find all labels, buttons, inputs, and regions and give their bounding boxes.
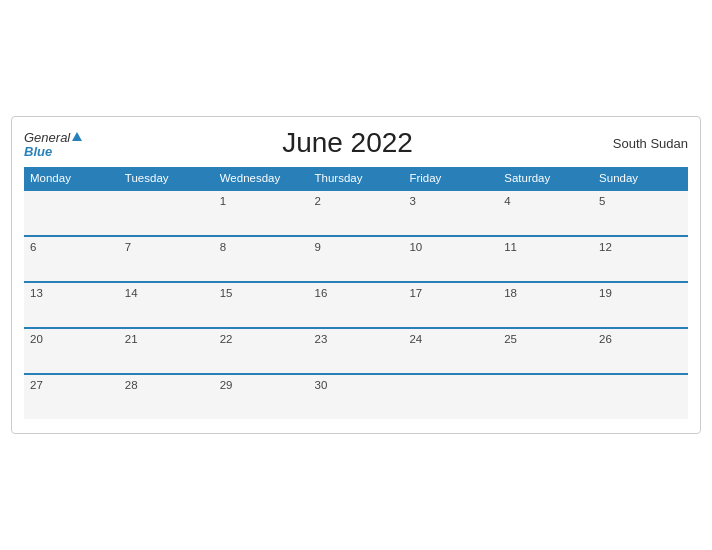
calendar-cell: 22	[214, 328, 309, 374]
calendar-cell: 13	[24, 282, 119, 328]
day-number: 4	[504, 195, 510, 207]
day-number: 6	[30, 241, 36, 253]
day-number: 1	[220, 195, 226, 207]
calendar-cell: 24	[403, 328, 498, 374]
calendar-cell: 30	[309, 374, 404, 419]
day-number: 9	[315, 241, 321, 253]
calendar-cell: 28	[119, 374, 214, 419]
calendar-cell: 11	[498, 236, 593, 282]
day-number: 22	[220, 333, 233, 345]
calendar-cell: 18	[498, 282, 593, 328]
day-number: 3	[409, 195, 415, 207]
day-number: 19	[599, 287, 612, 299]
calendar-cell: 12	[593, 236, 688, 282]
calendar-cell	[119, 190, 214, 236]
calendar-cell: 4	[498, 190, 593, 236]
calendar-cell	[403, 374, 498, 419]
calendar-cell: 15	[214, 282, 309, 328]
day-number: 14	[125, 287, 138, 299]
calendar-header: General Blue June 2022 South Sudan	[24, 127, 688, 159]
calendar-cell: 20	[24, 328, 119, 374]
day-number: 18	[504, 287, 517, 299]
day-number: 17	[409, 287, 422, 299]
calendar-cell: 9	[309, 236, 404, 282]
col-tuesday: Tuesday	[119, 167, 214, 190]
day-number: 13	[30, 287, 43, 299]
day-number: 2	[315, 195, 321, 207]
calendar-cell	[24, 190, 119, 236]
calendar-cell: 14	[119, 282, 214, 328]
calendar-cell: 8	[214, 236, 309, 282]
day-number: 16	[315, 287, 328, 299]
day-number: 24	[409, 333, 422, 345]
calendar-grid: Monday Tuesday Wednesday Thursday Friday…	[24, 167, 688, 419]
calendar-cell	[593, 374, 688, 419]
day-number: 23	[315, 333, 328, 345]
calendar-body: 1234567891011121314151617181920212223242…	[24, 190, 688, 419]
calendar-header-row: Monday Tuesday Wednesday Thursday Friday…	[24, 167, 688, 190]
calendar-cell: 7	[119, 236, 214, 282]
calendar-cell: 26	[593, 328, 688, 374]
calendar-cell	[498, 374, 593, 419]
day-number: 30	[315, 379, 328, 391]
calendar-cell: 25	[498, 328, 593, 374]
day-number: 5	[599, 195, 605, 207]
day-number: 29	[220, 379, 233, 391]
col-monday: Monday	[24, 167, 119, 190]
day-number: 15	[220, 287, 233, 299]
col-wednesday: Wednesday	[214, 167, 309, 190]
calendar-cell: 17	[403, 282, 498, 328]
day-number: 21	[125, 333, 138, 345]
day-number: 7	[125, 241, 131, 253]
col-thursday: Thursday	[309, 167, 404, 190]
calendar-cell: 1	[214, 190, 309, 236]
calendar-cell: 6	[24, 236, 119, 282]
day-number: 8	[220, 241, 226, 253]
calendar-container: General Blue June 2022 South Sudan Monda…	[11, 116, 701, 434]
calendar-title: June 2022	[282, 127, 413, 159]
calendar-cell: 10	[403, 236, 498, 282]
day-number: 27	[30, 379, 43, 391]
calendar-cell: 3	[403, 190, 498, 236]
calendar-cell: 2	[309, 190, 404, 236]
calendar-cell: 19	[593, 282, 688, 328]
calendar-cell: 16	[309, 282, 404, 328]
calendar-cell: 21	[119, 328, 214, 374]
day-number: 11	[504, 241, 517, 253]
day-number: 10	[409, 241, 422, 253]
calendar-cell: 5	[593, 190, 688, 236]
col-saturday: Saturday	[498, 167, 593, 190]
logo-general: General	[24, 129, 82, 145]
day-number: 28	[125, 379, 138, 391]
day-number: 25	[504, 333, 517, 345]
day-number: 26	[599, 333, 612, 345]
logo-blue: Blue	[24, 145, 52, 158]
calendar-country: South Sudan	[613, 136, 688, 151]
day-number: 12	[599, 241, 612, 253]
calendar-cell: 27	[24, 374, 119, 419]
col-friday: Friday	[403, 167, 498, 190]
calendar-cell: 23	[309, 328, 404, 374]
calendar-cell: 29	[214, 374, 309, 419]
col-sunday: Sunday	[593, 167, 688, 190]
day-number: 20	[30, 333, 43, 345]
logo-triangle-icon	[72, 132, 82, 141]
logo-area: General Blue	[24, 129, 82, 158]
